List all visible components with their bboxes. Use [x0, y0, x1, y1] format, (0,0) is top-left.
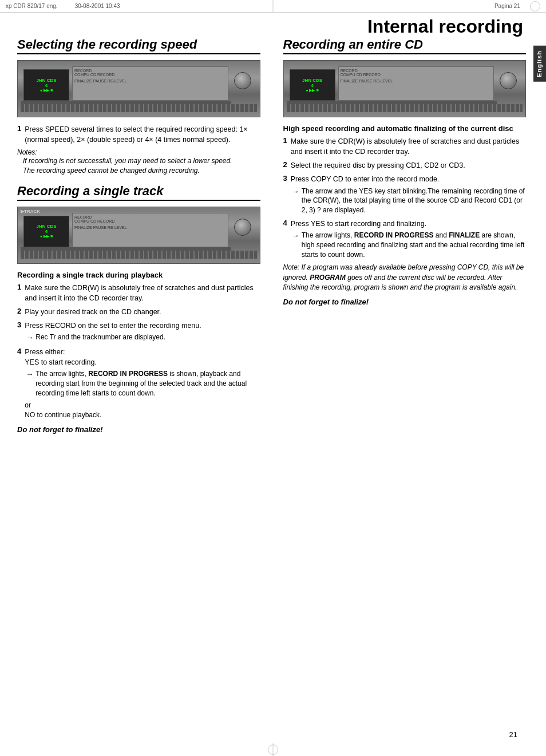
subsection-title: Recording a single track during playback: [17, 271, 260, 279]
device-buttons-1: [21, 104, 257, 112]
device-image-3: JHN CDS 4 ● ▶▶ ■ RECORD COMPU CD RECORD …: [283, 60, 527, 117]
header-circle: [530, 1, 540, 11]
device-display-1: JHN CDS 4 ● ▶▶ ■: [23, 69, 69, 101]
section-entire-cd: Recording an entire CD JHN CDS 4 ● ▶▶ ■ …: [283, 37, 527, 306]
header-bar: xp CDR 820/17 eng. 30-08-2001 10:43 Pagi…: [0, 0, 546, 13]
notes-section-1: Notes: If recording is not successfull, …: [17, 148, 260, 176]
page-number: 21: [509, 730, 517, 739]
device-buttons-3: [287, 104, 523, 112]
left-column: Selecting the recording speed JHN CDS 4 …: [17, 37, 266, 727]
device-knob-2: [234, 219, 251, 236]
bottom-circle: [268, 745, 278, 755]
main-content: Selecting the recording speed JHN CDS 4 …: [17, 37, 526, 727]
header-left: xp CDR 820/17 eng.: [6, 3, 58, 9]
step-entire-4-arrow: → The arrow lights, RECORD IN PROGRESS a…: [291, 231, 526, 259]
step-single-4: 4 Press either: YES to start recording. …: [17, 347, 260, 420]
step-entire-3: 3 Press COPY CD to enter into the record…: [283, 174, 527, 215]
device-display-2: JHN CDS 4 ● ▶▶ ■: [23, 216, 69, 247]
device-buttons-2: [21, 251, 257, 259]
do-not-forget-right: Do not forget to finalize!: [283, 298, 527, 306]
header-middle: 30-08-2001 10:43: [75, 3, 120, 9]
step-single-2: 2 Play your desired track on the CD chan…: [17, 307, 260, 317]
section1-title: Selecting the recording speed: [17, 37, 260, 54]
device-knob-1: [234, 72, 251, 89]
step3-arrow: → Rec Tr and the tracknumber are display…: [25, 333, 260, 343]
device-display-3: JHN CDS 4 ● ▶▶ ■: [290, 69, 335, 101]
step-entire-3-arrow: → The arrow and the YES key start blinki…: [291, 187, 526, 215]
page-title: Internal recording: [367, 16, 523, 37]
header-right: Pagina 21: [494, 3, 520, 9]
step-entire-4: 4 Press YES to start recording and final…: [283, 219, 527, 260]
section2-title: Recording a single track: [17, 184, 260, 201]
right-column: Recording an entire CD JHN CDS 4 ● ▶▶ ■ …: [278, 37, 527, 727]
section-selecting-speed: Selecting the recording speed JHN CDS 4 …: [17, 37, 260, 176]
note-block-right: Note: If a program was already available…: [283, 263, 527, 292]
section-right-title: Recording an entire CD: [283, 37, 527, 54]
note-1: If recording is not successfull, you may…: [23, 157, 232, 165]
section-single-track: Recording a single track ▶TRACK JHN CDS …: [17, 184, 260, 434]
right-subsection-title: High speed recording and automatic final…: [283, 124, 527, 133]
step-entire-2: 2 Select the required disc by pressing C…: [283, 160, 527, 171]
step-single-3: 3 Press RECORD on the set to enter the r…: [17, 320, 260, 343]
do-not-forget-left: Do not forget to finalize!: [17, 425, 260, 434]
step-speed-1: 1 Press SPEED several times to select th…: [17, 124, 260, 145]
device-knob-3: [500, 72, 517, 89]
device-image-2: ▶TRACK JHN CDS 4 ● ▶▶ ■ RECORD COMPU CD …: [17, 207, 260, 264]
step-single-1: 1 Make sure the CDR(W) is absolutely fre…: [17, 283, 260, 303]
step-entire-1: 1 Make sure the CDR(W) is absolutely fre…: [283, 136, 527, 157]
note-2: The recording speed cannot be changed du…: [23, 167, 200, 175]
device-image-1: JHN CDS 4 ● ▶▶ ■ RECORD COMPU CD RECORD …: [17, 60, 260, 117]
english-tab: English: [533, 46, 546, 82]
step4-arrow: → The arrow lights, RECORD IN PROGRESS i…: [25, 369, 260, 398]
